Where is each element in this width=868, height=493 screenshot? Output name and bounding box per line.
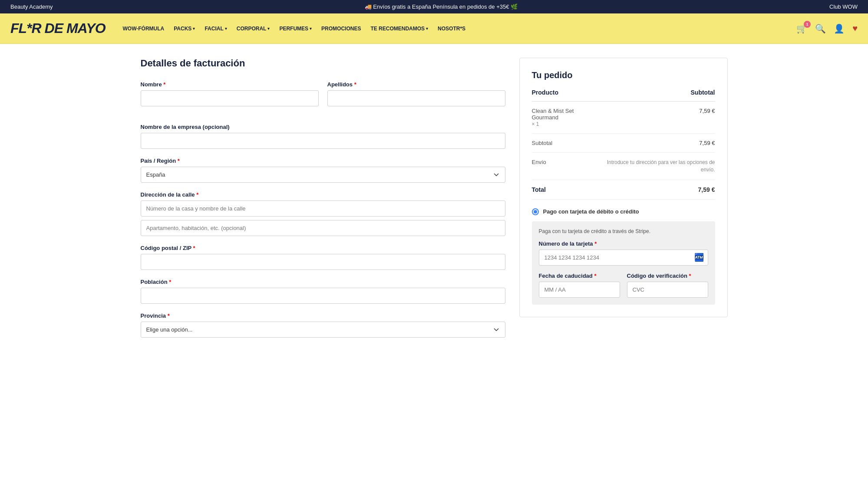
codigo-postal-label: Código postal / ZIP * — [141, 245, 505, 251]
card-number-input[interactable] — [539, 250, 708, 266]
card-number-label: Número de la tarjeta * — [539, 240, 708, 247]
product-name: Clean & Mist Set Gourmand × 1 — [532, 102, 599, 134]
total-value: 7,59 € — [599, 180, 715, 199]
col-subtotal: Subtotal — [599, 89, 715, 102]
provincia-select-wrapper: Elige una opción... — [141, 322, 505, 338]
nav-links: WOW-FÓRMULA PACKS ▾ FACIAL ▾ CORPORAL ▾ … — [119, 23, 790, 34]
nav-item-nosotros[interactable]: NOSOTR*S — [434, 23, 469, 34]
empresa-input[interactable] — [141, 133, 505, 149]
apellidos-input[interactable] — [327, 90, 505, 106]
poblacion-label: Población * — [141, 279, 505, 285]
direccion-label: Dirección de la calle * — [141, 191, 505, 198]
direccion-group: Dirección de la calle * — [141, 191, 505, 236]
total-label: Total — [532, 180, 599, 199]
nav-item-facial[interactable]: FACIAL ▾ — [201, 23, 230, 34]
nav-item-te-recomendamos[interactable]: TE RECOMENDAMOS ▾ — [367, 23, 432, 34]
empresa-label: Nombre de la empresa (opcional) — [141, 124, 505, 130]
product-price: 7,59 € — [599, 102, 715, 134]
subtotal-row: Subtotal 7,59 € — [532, 134, 715, 153]
section-title: Detalles de facturación — [141, 58, 505, 69]
nav-item-promociones[interactable]: PROMOCIONES — [318, 23, 364, 34]
order-table: Producto Subtotal Clean & Mist Set Gourm… — [532, 89, 715, 200]
stripe-box: Paga con tu tarjeta de crédito a través … — [532, 221, 715, 305]
envio-label: Envío — [532, 153, 599, 180]
payment-section: Pago con tarjeta de débito o crédito Pag… — [532, 208, 715, 305]
codigo-postal-input[interactable] — [141, 254, 505, 270]
nombre-group: Nombre * — [141, 81, 319, 106]
logo[interactable]: FL*R DE MAYO — [10, 20, 106, 36]
provincia-select[interactable]: Elige una opción... — [141, 322, 505, 338]
billing-form: Detalles de facturación Nombre * Apellid… — [141, 58, 505, 346]
subtotal-value: 7,59 € — [599, 134, 715, 153]
user-icon[interactable]: 👤 — [834, 23, 845, 34]
name-row: Nombre * Apellidos * — [141, 81, 505, 115]
direccion2-input[interactable] — [141, 220, 505, 236]
top-bar-right[interactable]: Club WOW — [829, 3, 858, 10]
wishlist-icon[interactable]: ♥ — [852, 23, 858, 33]
nombre-input[interactable] — [141, 90, 319, 106]
nav-item-wow-formula[interactable]: WOW-FÓRMULA — [119, 23, 168, 34]
poblacion-group: Población * — [141, 279, 505, 304]
nav-bar: FL*R DE MAYO WOW-FÓRMULA PACKS ▾ FACIAL … — [0, 13, 868, 44]
provincia-group: Provincia * Elige una opción... — [141, 312, 505, 338]
cvc-label: Código de verificación * — [627, 273, 708, 279]
top-bar-left[interactable]: Beauty Academy — [10, 3, 53, 10]
pais-label: País / Región * — [141, 158, 505, 164]
card-row: Fecha de caducidad * Código de verificac… — [539, 273, 708, 298]
main-content: Detalles de facturación Nombre * Apellid… — [130, 44, 738, 360]
chevron-down-icon: ▾ — [193, 26, 195, 31]
top-bar: Beauty Academy 🚚 Envíos gratis a España … — [0, 0, 868, 13]
expiry-group: Fecha de caducidad * — [539, 273, 620, 298]
pais-group: País / Región * España — [141, 158, 505, 183]
apellidos-group: Apellidos * — [327, 81, 505, 106]
expiry-input[interactable] — [539, 282, 620, 298]
expiry-label: Fecha de caducidad * — [539, 273, 620, 279]
total-row: Total 7,59 € — [532, 180, 715, 199]
top-bar-center: 🚚 Envíos gratis a España Península en pe… — [53, 3, 829, 10]
stripe-note: Paga con tu tarjeta de crédito a través … — [539, 228, 708, 234]
card-icon: 🏧 — [694, 253, 704, 262]
chevron-down-icon: ▾ — [267, 26, 270, 31]
product-qty: × 1 — [532, 121, 539, 127]
envio-row: Envío Introduce tu dirección para ver la… — [532, 153, 715, 180]
col-producto: Producto — [532, 89, 599, 102]
order-summary: Tu pedido Producto Subtotal Clean & Mist… — [519, 58, 728, 317]
subtotal-label: Subtotal — [532, 134, 599, 153]
nombre-label: Nombre * — [141, 81, 319, 88]
order-title: Tu pedido — [532, 70, 715, 80]
card-number-wrapper: 🏧 — [539, 250, 708, 266]
cvc-input[interactable] — [627, 282, 708, 298]
nav-item-packs[interactable]: PACKS ▾ — [170, 23, 198, 34]
apellidos-label: Apellidos * — [327, 81, 505, 88]
envio-note: Introduce tu dirección para ver las opci… — [607, 159, 715, 173]
chevron-down-icon: ▾ — [310, 26, 312, 31]
cart-badge: 1 — [804, 21, 811, 28]
direccion-input[interactable] — [141, 200, 505, 217]
chevron-down-icon: ▾ — [225, 26, 227, 31]
codigo-postal-group: Código postal / ZIP * — [141, 245, 505, 270]
cart-icon[interactable]: 🛒 1 — [796, 23, 807, 34]
poblacion-input[interactable] — [141, 288, 505, 304]
search-icon[interactable]: 🔍 — [815, 23, 826, 34]
pais-select-wrapper: España — [141, 167, 505, 183]
nav-item-perfumes[interactable]: PERFUMES ▾ — [276, 23, 315, 34]
nav-item-corporal[interactable]: CORPORAL ▾ — [233, 23, 274, 34]
payment-label: Pago con tarjeta de débito o crédito — [543, 208, 639, 215]
nav-icons: 🛒 1 🔍 👤 ♥ — [796, 23, 858, 34]
empresa-group: Nombre de la empresa (opcional) — [141, 124, 505, 149]
pais-select[interactable]: España — [141, 167, 505, 183]
provincia-label: Provincia * — [141, 312, 505, 319]
chevron-down-icon: ▾ — [426, 26, 428, 31]
cvc-group: Código de verificación * — [627, 273, 708, 298]
table-row: Clean & Mist Set Gourmand × 1 7,59 € — [532, 102, 715, 134]
payment-option: Pago con tarjeta de débito o crédito — [532, 208, 715, 215]
payment-radio[interactable] — [532, 208, 539, 215]
